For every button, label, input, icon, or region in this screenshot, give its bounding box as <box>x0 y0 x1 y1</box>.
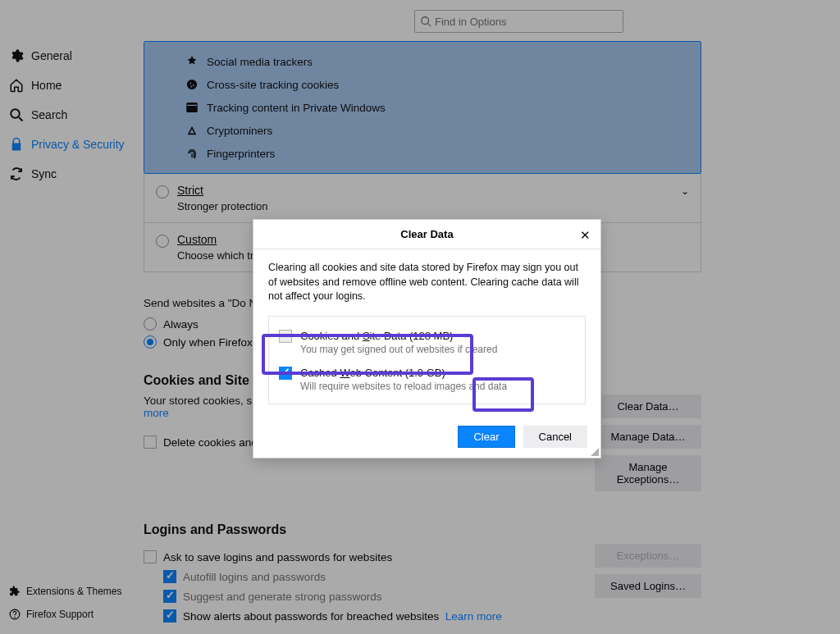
dialog-options: Cookies and Site Data (128 MB) You may g… <box>268 316 586 404</box>
option-cached[interactable]: Cached Web Content (1.0 GB) Will require… <box>279 367 575 392</box>
resize-grip[interactable] <box>589 446 599 456</box>
option-desc: Will require websites to reload images a… <box>300 381 507 392</box>
dialog-description: Clearing all cookies and site data store… <box>268 261 586 304</box>
clear-button[interactable]: Clear <box>458 426 514 448</box>
cancel-button[interactable]: Cancel <box>523 426 587 448</box>
option-title: Cached Web Content (1.0 GB) <box>300 367 507 379</box>
dialog-body: Clearing all cookies and site data store… <box>253 249 600 416</box>
option-desc: You may get signed out of websites if cl… <box>300 344 497 355</box>
option-cookies[interactable]: Cookies and Site Data (128 MB) You may g… <box>279 330 575 355</box>
option-title: Cookies and Site Data (128 MB) <box>300 330 497 342</box>
dialog-footer: Clear Cancel <box>253 416 600 458</box>
dialog-title: Clear Data <box>400 228 453 240</box>
checkbox-icon <box>279 330 292 343</box>
dialog-header: Clear Data ✕ <box>253 220 600 249</box>
clear-data-dialog: Clear Data ✕ Clearing all cookies and si… <box>253 219 601 458</box>
close-icon[interactable]: ✕ <box>580 228 591 243</box>
checkbox-icon <box>279 367 292 380</box>
